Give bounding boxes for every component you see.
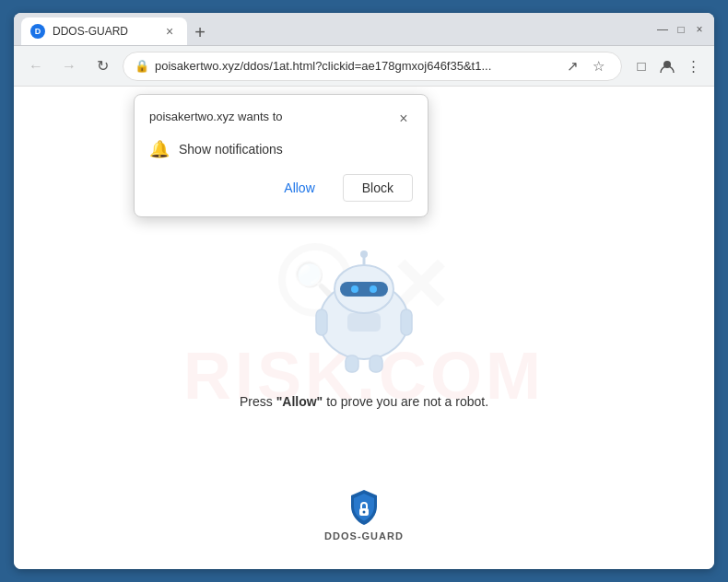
notification-label: Show notifications <box>179 142 283 157</box>
robot-container: Press "Allow" to prove you are not a rob… <box>240 247 488 409</box>
profile-icon[interactable] <box>655 54 679 78</box>
footer-logo: DDOS-GUARD <box>324 488 404 541</box>
robot-caption: Press "Allow" to prove you are not a rob… <box>240 394 488 409</box>
browser-window: D DDOS-GUARD × + — □ × ← → ↻ 🔒 poisakert… <box>14 13 714 569</box>
active-tab[interactable]: D DDOS-GUARD × <box>21 17 187 45</box>
tab-area: D DDOS-GUARD × + <box>21 13 640 45</box>
maximize-button[interactable]: □ <box>674 22 688 37</box>
popup-close-button[interactable]: × <box>394 110 413 128</box>
tab-close-button[interactable]: × <box>161 23 178 40</box>
ddos-guard-shield-icon <box>347 488 381 527</box>
url-text: poisakertwo.xyz/ddos/1at.html?clickid=ae… <box>155 59 555 73</box>
svg-rect-9 <box>401 309 412 335</box>
minimize-button[interactable]: — <box>655 22 670 37</box>
notification-row: 🔔 Show notifications <box>149 139 413 159</box>
robot-text-bold: "Allow" <box>276 394 323 409</box>
close-button[interactable]: × <box>692 22 707 37</box>
menu-icon[interactable]: ⋮ <box>681 54 705 78</box>
extensions-icon[interactable]: □ <box>629 54 653 78</box>
svg-rect-11 <box>370 355 382 372</box>
new-tab-button[interactable]: + <box>187 19 213 45</box>
bell-icon: 🔔 <box>149 139 170 159</box>
tab-title: DDOS-GUARD <box>53 25 154 38</box>
share-icon[interactable]: ↗ <box>560 54 584 78</box>
tab-favicon: D <box>30 24 45 39</box>
footer-label: DDOS-GUARD <box>324 530 404 541</box>
robot-text-prefix: Press <box>240 394 276 409</box>
svg-point-4 <box>351 285 358 293</box>
address-bar[interactable]: 🔒 poisakertwo.xyz/ddos/1at.html?clickid=… <box>123 52 622 81</box>
window-controls: — □ × <box>655 22 707 37</box>
svg-point-7 <box>360 250 368 258</box>
block-button[interactable]: Block <box>343 174 413 202</box>
toolbar-right: □ ⋮ <box>629 54 705 78</box>
svg-point-5 <box>370 285 377 293</box>
popup-title: poisakertwo.xyz wants to <box>149 110 283 123</box>
permission-popup: poisakertwo.xyz wants to × 🔔 Show notifi… <box>134 94 429 217</box>
page-footer: DDOS-GUARD <box>324 488 404 541</box>
title-bar: D DDOS-GUARD × + — □ × <box>14 13 714 46</box>
back-button[interactable]: ← <box>23 53 49 79</box>
svg-rect-10 <box>346 355 358 372</box>
bookmark-icon[interactable]: ☆ <box>586 54 610 78</box>
svg-rect-12 <box>347 313 381 332</box>
svg-rect-8 <box>316 309 327 335</box>
robot-image <box>290 247 438 376</box>
popup-header: poisakertwo.xyz wants to × <box>149 110 413 128</box>
robot-text-suffix: to prove you are not a robot. <box>323 394 488 409</box>
forward-button[interactable]: → <box>56 53 82 79</box>
reload-button[interactable]: ↻ <box>89 53 115 79</box>
page-content: 🔍 ✕ RISK.COM poisakertwo.xyz wants to × … <box>14 87 714 569</box>
nav-bar: ← → ↻ 🔒 poisakertwo.xyz/ddos/1at.html?cl… <box>14 46 714 87</box>
allow-button[interactable]: Allow <box>265 174 333 202</box>
popup-buttons: Allow Block <box>149 174 413 202</box>
svg-rect-3 <box>340 282 388 297</box>
address-right-icons: ↗ ☆ <box>560 54 610 78</box>
lock-icon: 🔒 <box>135 59 149 73</box>
svg-point-14 <box>363 511 366 514</box>
